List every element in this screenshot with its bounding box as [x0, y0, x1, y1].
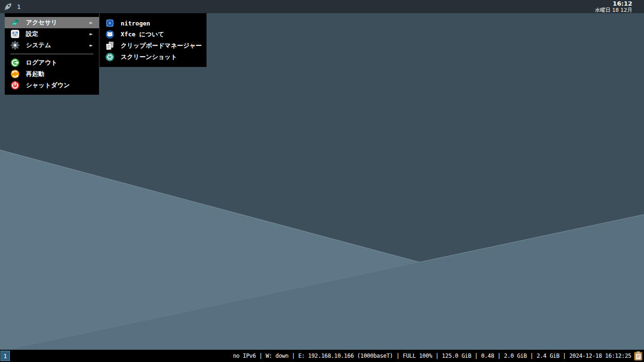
status-text: no IPv6 | W: down | E: 192.168.10.166 (1…: [233, 353, 631, 359]
restart-icon: [10, 69, 20, 79]
clock-date: 水曜日 18 12月: [595, 8, 632, 13]
clipboard-tray-icon[interactable]: [634, 351, 643, 361]
workspace-indicator[interactable]: 1: [0, 351, 10, 361]
menu-item-label: システム: [26, 41, 51, 49]
menu-item-label: スクリーンショット: [121, 53, 177, 61]
menu-item-label: 再起動: [26, 70, 44, 78]
clipboard-manager-icon: [105, 41, 115, 50]
submenu-arrow-icon: ►: [90, 32, 93, 36]
applications-menu: アクセサリ ► 設定 ►: [5, 13, 99, 95]
menu-item-settings[interactable]: 設定 ►: [5, 28, 99, 40]
menu-item-logout[interactable]: ログアウト: [5, 57, 99, 68]
submenu-arrow-icon: ►: [90, 43, 93, 48]
top-panel: 1 16:12 水曜日 18 12月: [0, 0, 644, 13]
menu-item-accessories[interactable]: アクセサリ ►: [5, 17, 99, 28]
menu-item-system[interactable]: システム ►: [5, 40, 99, 51]
nitrogen-icon: [105, 18, 115, 28]
menu-item-label: ログアウト: [26, 58, 58, 67]
submenu-item-clipboard-manager[interactable]: クリップボードマネージャー: [99, 40, 206, 51]
menu-item-label: 設定: [26, 30, 38, 38]
rocket-launcher-icon[interactable]: [3, 2, 13, 11]
accessories-icon: [10, 18, 20, 27]
menu-item-restart[interactable]: 再起動: [5, 68, 99, 80]
menu-item-label: Xfce について: [121, 30, 164, 39]
menu-item-label: アクセサリ: [26, 18, 58, 27]
logout-icon: [10, 58, 20, 67]
submenu-item-nitrogen[interactable]: nitrogen: [99, 17, 206, 29]
menu-item-shutdown[interactable]: シャットダウン: [5, 80, 99, 91]
system-gear-icon: [10, 41, 20, 50]
menu-item-label: クリップボードマネージャー: [121, 41, 202, 50]
status-bar: 1 no IPv6 | W: down | E: 192.168.10.166 …: [0, 350, 644, 362]
shutdown-icon: [10, 81, 20, 90]
submenu-item-screenshot[interactable]: スクリーンショット: [99, 51, 206, 63]
panel-left-group: 1: [0, 2, 21, 11]
accessories-submenu: nitrogen Xfce について: [99, 13, 206, 67]
menu-separator: [10, 54, 93, 54]
settings-icon: [10, 29, 20, 39]
screenshot-icon: [105, 52, 115, 62]
menu-item-label: シャットダウン: [26, 81, 70, 90]
submenu-arrow-icon: ►: [90, 20, 93, 25]
xfce-about-icon: [105, 30, 115, 39]
panel-workspace-label: 1: [17, 3, 21, 10]
menu-item-label: nitrogen: [121, 20, 150, 27]
panel-clock: 16:12 水曜日 18 12月: [595, 0, 644, 13]
clock-time: 16:12: [595, 0, 632, 7]
submenu-item-about-xfce[interactable]: Xfce について: [99, 29, 206, 40]
